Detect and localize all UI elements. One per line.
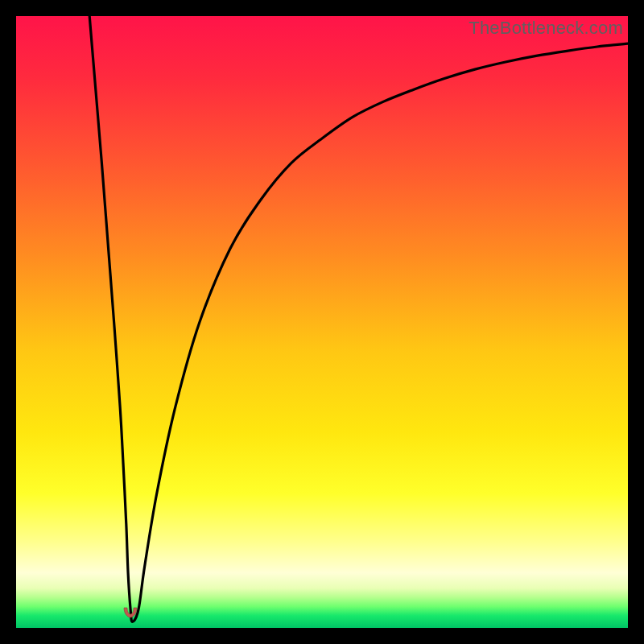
chart-frame: TheBottleneck.com [16,16,628,628]
bottleneck-curve [16,16,628,628]
